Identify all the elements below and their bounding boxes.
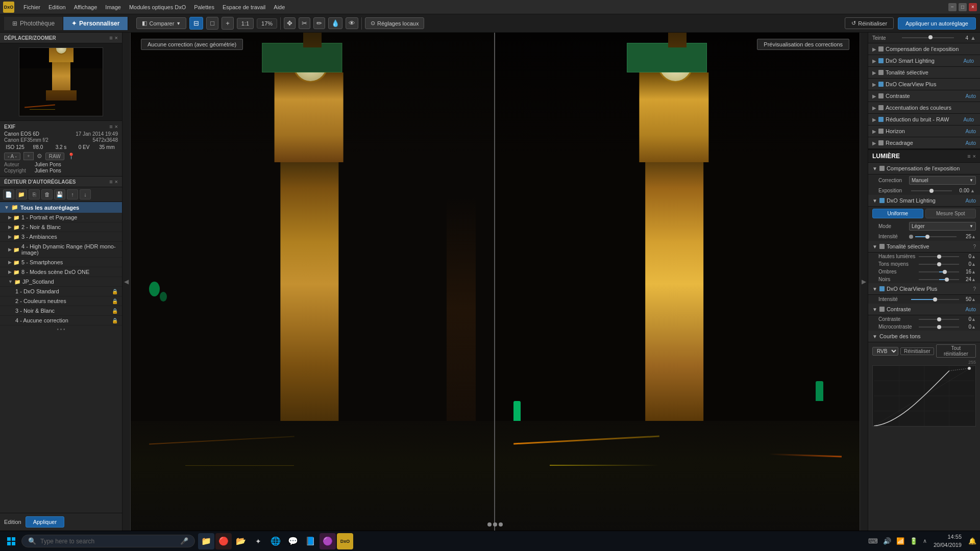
exif-menu-icon[interactable]: ≡ (109, 123, 112, 130)
view-dot-3[interactable] (499, 522, 503, 527)
rp-section-recadrage[interactable]: ▶ Recadrage Auto (868, 137, 980, 149)
view-dot-1[interactable] (487, 522, 492, 527)
rp-section-clearview-collapsed[interactable]: ▶ DxO ClearView Plus (868, 79, 980, 90)
taskbar-icon-app1[interactable]: 🔴 (215, 533, 232, 549)
tray-icons-expand[interactable]: ∧ (921, 538, 928, 544)
window-close[interactable]: × (969, 3, 977, 11)
tray-battery-icon[interactable]: 🔋 (908, 537, 919, 545)
menu-edition[interactable]: Edition (44, 3, 70, 12)
tray-volume-icon[interactable]: 🔊 (881, 537, 893, 545)
delete-btn[interactable]: 🗑 (41, 189, 53, 199)
eye-tool-icon[interactable]: 👁 (346, 17, 358, 29)
list-item[interactable]: ▶ 📁 5 - Smartphones (0, 258, 122, 267)
courbe-channel-select[interactable]: RVB (872, 347, 898, 356)
smart-intensite-slider-thumb[interactable] (909, 235, 913, 239)
correction-dropdown[interactable]: Manuel ▼ (909, 176, 976, 185)
taskbar-icon-explorer[interactable]: 📁 (198, 533, 214, 549)
start-button[interactable] (2, 532, 20, 550)
view-split-btn[interactable]: ⊟ (189, 17, 203, 30)
teinte-increment[interactable]: ▲ (970, 35, 976, 41)
reglages-locaux-btn[interactable]: ⊙ Réglages locaux (365, 17, 424, 29)
crop-tool-icon[interactable]: ✂ (299, 17, 310, 29)
list-item[interactable]: ▶ 📁 1 - Portrait et Paysage (0, 213, 122, 222)
rp-section-smart-lighting-collapsed[interactable]: ▶ DxO Smart Lighting Auto (868, 55, 980, 67)
noirs-increment[interactable]: ▲ (971, 277, 976, 282)
taskbar-search-box[interactable]: 🔍 Type here to search 🎤 (21, 535, 195, 547)
panel-menu-icon[interactable]: ≡ (109, 35, 112, 41)
tons-increment[interactable]: ▲ (971, 262, 976, 267)
taskbar-icon-dxo[interactable]: DxO (337, 533, 353, 549)
new-preset-btn[interactable]: 📄 (3, 189, 14, 199)
folder-btn[interactable]: 📁 (16, 189, 27, 199)
taskbar-icon-app4[interactable]: 🟣 (320, 533, 336, 549)
menu-affichage[interactable]: Affichage (70, 3, 102, 12)
lumiere-menu-icon[interactable]: ≡ (967, 153, 970, 159)
taskbar-icon-chrome[interactable]: 🌐 (267, 533, 284, 549)
courbe-reinit-btn[interactable]: Réinitialiser (900, 347, 934, 355)
notification-icon[interactable]: 🔔 (967, 537, 978, 545)
taskbar-icon-fb[interactable]: 📘 (302, 533, 318, 549)
menu-modules[interactable]: Modules optiques DxO (125, 3, 190, 12)
menu-fichier[interactable]: Fichier (19, 3, 44, 12)
lumiere-close-icon[interactable]: × (973, 153, 976, 159)
rp-section-bruit[interactable]: ▶ Réduction du bruit - RAW Auto (868, 114, 980, 126)
list-item[interactable]: ▶ 📁 4 - High Dynamic Range (HDR mono-ima… (0, 242, 122, 258)
save-btn[interactable]: 💾 (54, 189, 65, 199)
rp-section-compensation-collapsed[interactable]: ▶ Compensation de l'exposition (868, 43, 980, 55)
zoom-fit-btn[interactable]: 1:1 (237, 18, 254, 29)
window-maximize[interactable]: □ (959, 3, 967, 11)
exposition-increment[interactable]: ▲ (969, 188, 976, 193)
taskbar-icon-app2[interactable]: 📂 (233, 533, 249, 549)
left-panel-collapse-btn[interactable]: ◀ (122, 33, 131, 531)
rp-section-couleurs[interactable]: ▶ Accentuation des couleurs (868, 102, 980, 114)
export-btn[interactable]: ↓ (80, 189, 91, 199)
rp-section-smart-expanded[interactable]: ▼ DxO Smart Lighting Auto (868, 195, 980, 207)
mode-dropdown[interactable]: Léger ▼ (909, 222, 976, 231)
editeur-menu-icon[interactable]: ≡ (109, 179, 112, 185)
list-item[interactable]: 3 - Noir & Blanc 🔒 (0, 306, 122, 316)
reinitialiser-btn[interactable]: ↺ Réinitialiser (845, 17, 894, 29)
rp-section-horizon[interactable]: ▶ Horizon Auto (868, 126, 980, 137)
view-single-btn[interactable]: □ (206, 17, 218, 30)
edition-button[interactable]: Edition (4, 519, 21, 525)
list-item[interactable]: ▼ 📁 JP_Scotland (0, 277, 122, 287)
list-item[interactable]: ▶ 📁 8 - Modes scène DxO ONE (0, 267, 122, 277)
exif-close-icon[interactable]: × (115, 123, 118, 130)
view-dot-2[interactable] (493, 522, 497, 527)
picker-tool-icon[interactable]: 💧 (328, 17, 342, 29)
rp-section-courbe[interactable]: ▼ Courbe des tons (868, 331, 980, 342)
rp-section-contraste-expanded[interactable]: ▼ Contraste Auto (868, 304, 980, 315)
menu-aide[interactable]: Aide (270, 3, 289, 12)
view-plus-btn[interactable]: + (222, 17, 234, 30)
comparer-button[interactable]: ◧ Comparer ▼ (136, 17, 186, 29)
tab-personnaliser[interactable]: ✦ Personnaliser (63, 17, 128, 30)
taskbar-icon-mail[interactable]: 💬 (285, 533, 301, 549)
copy-btn[interactable]: ⎘ (29, 189, 40, 199)
list-item[interactable]: 4 - Aucune correction 🔒 (0, 316, 122, 325)
microcontraste-increment[interactable]: ▲ (971, 324, 976, 330)
list-item[interactable]: 2 - Couleurs neutres 🔒 (0, 296, 122, 306)
courbe-tout-reinit-btn[interactable]: Tout réinitialiser (936, 344, 976, 358)
rp-section-contraste-collapsed[interactable]: ▶ Contraste Auto (868, 90, 980, 102)
list-item[interactable]: 1 - DxO Standard 🔒 (0, 287, 122, 296)
ombres-increment[interactable]: ▲ (971, 269, 976, 274)
smart-intensite-increment[interactable]: ▲ (971, 234, 976, 239)
import-btn[interactable]: ↑ (67, 189, 78, 199)
rating-control[interactable]: - A - (4, 153, 20, 160)
tab-phototheque[interactable]: ⊞ Photothèque (4, 17, 63, 30)
taskbar-icon-app3[interactable]: ✦ (250, 533, 266, 549)
panel-close-icon[interactable]: × (115, 35, 118, 41)
menu-palettes[interactable]: Palettes (190, 3, 218, 12)
rp-section-compensation-expanded[interactable]: ▼ Compensation de l'exposition (868, 163, 980, 174)
editeur-close-icon[interactable]: × (115, 179, 118, 185)
tab-uniform-btn[interactable]: Uniforme (872, 209, 923, 218)
menu-espace[interactable]: Espace de travail (218, 3, 270, 12)
contraste-increment[interactable]: ▲ (971, 317, 976, 322)
right-panel-collapse-btn[interactable]: ▶ (860, 33, 868, 531)
tab-mesure-btn[interactable]: Mesure Spot (925, 209, 976, 218)
rp-section-tonalite-expanded[interactable]: ▼ Tonalité sélective ? (868, 241, 980, 253)
tray-keyboard-icon[interactable]: ⌨ (867, 537, 879, 545)
window-minimize[interactable]: − (948, 3, 957, 11)
location-icon[interactable]: 📍 (67, 153, 75, 160)
list-item[interactable]: ▶ 📁 3 - Ambiances (0, 232, 122, 242)
